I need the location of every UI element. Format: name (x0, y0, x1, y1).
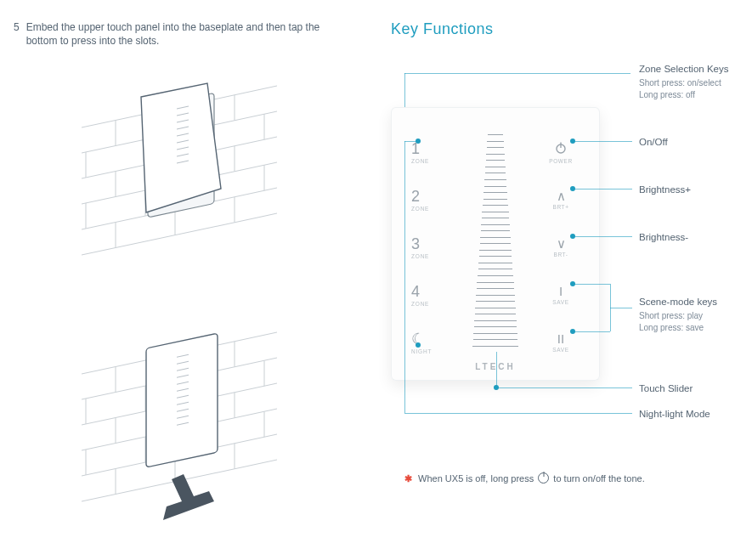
zone-2-glyph: 2 (411, 189, 420, 204)
install-illustration-bottom (82, 323, 277, 544)
step-text: Embed the upper touch panel into the bas… (26, 20, 336, 48)
brt-up-label: Brightness+ (639, 184, 752, 197)
press-arrow-icon (163, 474, 214, 520)
page: 5 Embed the upper touch panel into the b… (0, 0, 752, 560)
brt-dn-sub: BRT- (553, 252, 568, 259)
brand-logo: LTECH (391, 361, 600, 373)
brt-up-sub: BRT+ (552, 204, 568, 212)
zone-4-sub: ZONE (411, 301, 429, 308)
slider-label-title: Touch Slider (639, 382, 752, 396)
zone-label: Zone Selection Keys Short press: on/sele… (639, 63, 752, 101)
zone-key-3[interactable]: 3 ZONE (411, 224, 449, 272)
brt-dn-label-title: Brightness- (639, 231, 752, 245)
power-label: On/Off (639, 136, 752, 150)
asterisk-icon: ✱ (404, 473, 412, 484)
brightness-down-key[interactable]: ∨ BRT- (542, 224, 580, 272)
power-sub: POWER (549, 158, 573, 166)
svg-rect-57 (146, 333, 218, 467)
panel-left-column: 1 ZONE 2 ZONE 3 ZONE 4 ZONE (411, 129, 449, 367)
zone-label-sub1: Short press: on/select (639, 78, 752, 89)
step-number: 5 (14, 20, 20, 48)
scene-label-sub1: Short press: play (639, 311, 752, 322)
night-sub: NIGHT (411, 348, 432, 356)
night-label-title: Night-light Mode (639, 408, 752, 421)
note-post: to turn on/off the tone. (553, 473, 644, 484)
power-key[interactable]: POWER (542, 129, 580, 177)
scene-label-title: Scene-mode keys (639, 296, 752, 309)
svg-line-5 (82, 213, 277, 255)
zone-key-1[interactable]: 1 ZONE (411, 129, 449, 177)
scene-2-sub: SAVE (552, 347, 568, 354)
chevron-up-icon: ∧ (557, 189, 566, 202)
scene-1-glyph: I (559, 285, 563, 297)
zone-label-sub2: Long press: off (639, 90, 752, 101)
brt-dn-label: Brightness- (639, 231, 752, 245)
note-pre: When UX5 is off, long press (418, 473, 534, 484)
scene-1-sub: SAVE (552, 299, 568, 307)
scene-key-1[interactable]: I SAVE (542, 272, 580, 320)
zone-3-glyph: 3 (411, 236, 420, 252)
slider-lead-v (496, 352, 497, 387)
brightness-up-key[interactable]: ∧ BRT+ (542, 177, 580, 224)
chevron-down-icon: ∨ (557, 237, 566, 250)
power-icon-inline (538, 472, 549, 484)
scene-label-sub2: Long press: save (639, 323, 752, 334)
scene-2-glyph: II (557, 332, 564, 345)
scene-label: Scene-mode keys Short press: play Long p… (639, 296, 752, 334)
right-column: Key Functions 1 ZONE 2 ZONE (391, 19, 748, 481)
install-illustration-top (82, 76, 277, 272)
zone-label-title: Zone Selection Keys (639, 63, 752, 76)
svg-marker-69 (163, 474, 214, 520)
night-label: Night-light Mode (639, 408, 752, 421)
power-icon (554, 141, 568, 156)
zone-3-sub: ZONE (411, 253, 429, 261)
zone-key-2[interactable]: 2 ZONE (411, 177, 449, 224)
zone-2-sub: ZONE (411, 206, 429, 213)
key-functions-title: Key Functions (391, 19, 748, 39)
zone-key-4[interactable]: 4 ZONE (411, 272, 449, 320)
power-label-title: On/Off (639, 136, 752, 150)
footnote: ✱ When UX5 is off, long press to turn on… (404, 472, 645, 485)
slider-label: Touch Slider (639, 382, 752, 396)
zone-1-sub: ZONE (411, 158, 429, 166)
install-step: 5 Embed the upper touch panel into the b… (14, 20, 336, 48)
key-functions-stage: 1 ZONE 2 ZONE 3 ZONE 4 ZONE (391, 107, 748, 481)
brt-up-label-title: Brightness+ (639, 184, 752, 197)
touch-panel: 1 ZONE 2 ZONE 3 ZONE 4 ZONE (391, 107, 600, 381)
touch-slider[interactable] (472, 134, 518, 347)
zone-vertical-line (404, 141, 405, 345)
left-column: 5 Embed the upper touch panel into the b… (14, 20, 370, 48)
svg-marker-24 (141, 83, 221, 212)
zone-4-glyph: 4 (411, 284, 420, 299)
night-lead-v (404, 345, 405, 413)
